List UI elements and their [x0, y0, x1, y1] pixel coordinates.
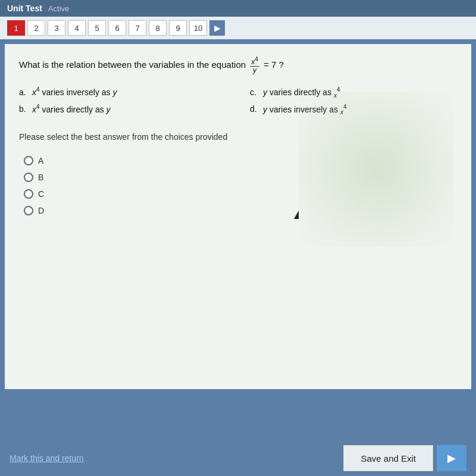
choice-c-text: y varies directly as x4	[263, 86, 340, 98]
choice-d-letter: d.	[250, 104, 259, 114]
choice-b: b. x4 varies directly as y	[19, 104, 226, 115]
choice-c: c. y varies directly as x4	[250, 86, 457, 98]
main-content: What is the relation between the variabl…	[5, 44, 471, 389]
radio-option-b[interactable]: B	[24, 173, 457, 182]
header-status: Active	[48, 4, 69, 13]
radio-label-d: D	[38, 206, 44, 215]
radio-label-a: A	[38, 156, 43, 165]
header-bar: Unit Test Active	[0, 0, 476, 17]
radio-label-b: B	[38, 173, 43, 182]
radio-option-d[interactable]: D	[24, 206, 457, 215]
next-button[interactable]: ▶	[437, 445, 466, 471]
bottom-bar: Mark this and return Save and Exit ▶	[0, 440, 476, 476]
header-title: Unit Test	[7, 4, 42, 13]
choice-b-text: x4 varies directly as y	[32, 104, 111, 114]
nav-num-1[interactable]: 1	[7, 20, 25, 36]
radio-option-c[interactable]: C	[24, 189, 457, 199]
bottom-right-buttons: Save and Exit ▶	[343, 445, 466, 471]
question-text: What is the relation between the variabl…	[19, 56, 457, 74]
nav-next-arrow[interactable]: ▶	[209, 20, 225, 36]
radio-group: A B C D	[24, 156, 457, 215]
choice-d-text: y varies inversely as x4	[263, 104, 347, 115]
nav-num-7[interactable]: 7	[129, 20, 146, 36]
radio-circle-c	[24, 189, 33, 199]
choice-a-text: x4 varies inversely as y	[32, 86, 117, 97]
choice-c-letter: c.	[250, 87, 259, 97]
nav-num-5[interactable]: 5	[88, 20, 106, 36]
choice-b-letter: b.	[19, 104, 29, 114]
equation-fraction: x4 y	[250, 56, 259, 74]
radio-circle-d	[24, 206, 33, 215]
instruction-text: Please select the best answer from the c…	[19, 132, 457, 142]
choice-d: d. y varies inversely as x4	[250, 104, 457, 115]
nav-num-6[interactable]: 6	[108, 20, 126, 36]
nav-num-2[interactable]: 2	[27, 20, 45, 36]
question-prefix: What is the relation between the variabl…	[19, 60, 246, 70]
question-nav-bar: 1 2 3 4 5 6 7 8 9 10 ▶	[0, 17, 476, 39]
choice-a: a. x4 varies inversely as y	[19, 86, 226, 98]
save-exit-button[interactable]: Save and Exit	[343, 445, 433, 471]
fraction-numerator: x4	[250, 56, 259, 67]
radio-circle-a	[24, 156, 33, 165]
radio-label-c: C	[38, 189, 44, 199]
nav-num-8[interactable]: 8	[149, 20, 167, 36]
nav-num-9[interactable]: 9	[169, 20, 187, 36]
radio-circle-b	[24, 173, 33, 182]
nav-num-4[interactable]: 4	[68, 20, 86, 36]
nav-num-3[interactable]: 3	[48, 20, 65, 36]
nav-num-10[interactable]: 10	[189, 20, 207, 36]
radio-option-a[interactable]: A	[24, 156, 457, 165]
choices-grid: a. x4 varies inversely as y c. y varies …	[19, 86, 457, 115]
fraction-denominator: y	[252, 67, 258, 74]
choice-a-letter: a.	[19, 87, 29, 97]
equation-equals: = 7 ?	[264, 60, 284, 70]
mark-return-link[interactable]: Mark this and return	[10, 453, 84, 463]
